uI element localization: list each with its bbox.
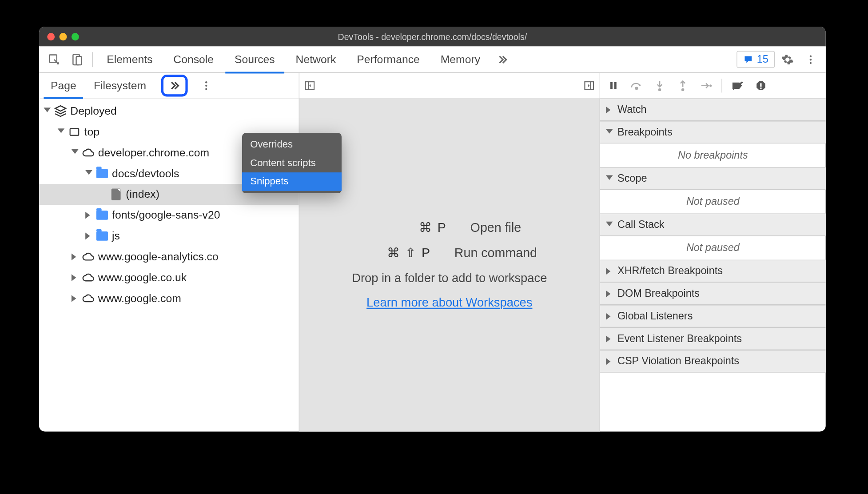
shortcut-run-command: ⌘ ⇧ P Run command	[362, 246, 537, 261]
toggle-debugger-icon[interactable]	[583, 80, 595, 91]
debugger-pane: WatchBreakpointsNo breakpointsScopeNot p…	[600, 73, 826, 431]
svg-point-3	[810, 55, 812, 57]
popup-item-snippets[interactable]: Snippets	[242, 172, 342, 191]
issues-button[interactable]: 15	[737, 51, 775, 68]
tree-folder-js-label: js	[112, 230, 120, 243]
tree-folder-fonts-label: fonts/google-sans-v20	[112, 209, 220, 222]
debug-section-header[interactable]: XHR/fetch Breakpoints	[600, 260, 826, 283]
folder-icon	[96, 230, 109, 243]
debug-section-header[interactable]: Watch	[600, 98, 826, 121]
debug-section-label: Global Listeners	[617, 310, 693, 322]
tree-folder-js[interactable]: js	[39, 226, 299, 247]
tree-origin-ga[interactable]: www.google-analytics.co	[39, 247, 299, 267]
pause-on-exceptions-button[interactable]	[753, 78, 768, 93]
tree-origin-gcom-label: www.google.com	[98, 292, 181, 305]
popup-item-content-scripts[interactable]: Content scripts	[242, 154, 342, 172]
device-toolbar-icon[interactable]	[67, 49, 88, 70]
issues-icon	[743, 54, 753, 64]
shortcut-keys: ⌘ ⇧ P	[362, 246, 431, 261]
svg-point-6	[205, 81, 207, 83]
popup-item-overrides[interactable]: Overrides	[242, 135, 342, 154]
svg-rect-13	[614, 82, 617, 89]
toggle-navigator-icon[interactable]	[304, 80, 315, 91]
disclosure-icon	[606, 290, 613, 297]
debug-section-header[interactable]: DOM Breakpoints	[600, 282, 826, 305]
shortcut-label: Open file	[470, 220, 522, 235]
debug-section-header[interactable]: Global Listeners	[600, 305, 826, 327]
toolbar-separator	[92, 52, 93, 67]
disclosure-icon	[85, 212, 92, 219]
tree-origin-gcom[interactable]: www.google.com	[39, 288, 299, 309]
tab-elements[interactable]: Elements	[98, 46, 162, 73]
debug-section-label: XHR/fetch Breakpoints	[617, 265, 723, 277]
more-tabs-icon[interactable]	[492, 49, 513, 70]
tree-deployed-label: Deployed	[70, 105, 117, 118]
sidebar-tab-page[interactable]: Page	[44, 73, 83, 98]
debug-section-header[interactable]: Call Stack	[600, 214, 826, 236]
deployed-icon	[54, 105, 67, 118]
debug-toolbar	[600, 73, 826, 98]
debug-section-label: CSP Violation Breakpoints	[617, 355, 739, 367]
tab-memory[interactable]: Memory	[431, 46, 490, 73]
tree-origin-main-label: developer.chrome.com	[98, 147, 209, 159]
sidebar-options-icon[interactable]	[200, 80, 212, 91]
debug-section-header[interactable]: CSP Violation Breakpoints	[600, 350, 826, 373]
tree-origin-guk-label: www.google.co.uk	[98, 271, 187, 284]
sidebar-tabstrip: Page Filesystem	[39, 73, 299, 98]
toolbar-separator	[721, 79, 722, 92]
disclosure-icon	[58, 128, 65, 135]
disclosure-icon	[85, 233, 92, 240]
disclosure-icon	[606, 175, 613, 182]
step-button[interactable]	[698, 78, 713, 93]
tab-sources[interactable]: Sources	[225, 46, 284, 73]
settings-icon[interactable]	[777, 49, 798, 70]
issues-count: 15	[757, 53, 768, 65]
disclosure-icon	[72, 149, 79, 156]
tree-origin-guk[interactable]: www.google.co.uk	[39, 267, 299, 288]
disclosure-icon	[606, 106, 613, 113]
svg-point-5	[810, 62, 812, 64]
debug-section-header[interactable]: Event Listener Breakpoints	[600, 327, 826, 350]
debug-section-body: Not paused	[600, 190, 826, 213]
tab-performance[interactable]: Performance	[347, 46, 429, 73]
folder-icon	[96, 167, 109, 180]
svg-point-7	[205, 84, 207, 86]
tree-deployed[interactable]: Deployed	[39, 101, 299, 122]
debug-section-label: Event Listener Breakpoints	[617, 333, 742, 345]
inspect-element-icon[interactable]	[44, 49, 64, 70]
tab-console[interactable]: Console	[164, 46, 223, 73]
tab-network[interactable]: Network	[287, 46, 345, 73]
debug-section-label: Watch	[617, 104, 647, 116]
file-icon	[110, 188, 123, 201]
disclosure-icon	[606, 313, 613, 320]
frame-icon	[68, 126, 81, 139]
window-title: DevTools - developer.chrome.com/docs/dev…	[39, 32, 826, 41]
tree-folder-fonts[interactable]: fonts/google-sans-v20	[39, 205, 299, 226]
disclosure-icon	[606, 358, 613, 365]
tree-origin-ga-label: www.google-analytics.co	[98, 251, 219, 263]
step-into-button[interactable]	[652, 78, 667, 93]
disclosure-icon	[606, 267, 613, 275]
sidebar-more-tabs[interactable]	[161, 74, 188, 96]
svg-point-14	[636, 87, 638, 89]
tree-top-label: top	[84, 126, 100, 139]
pause-button[interactable]	[606, 78, 621, 93]
debug-section-header[interactable]: Scope	[600, 167, 826, 190]
step-out-button[interactable]	[675, 78, 690, 93]
cloud-icon	[82, 292, 95, 305]
debug-section-header[interactable]: Breakpoints	[600, 121, 826, 143]
tree-folder-docs-label: docs/devtools	[112, 167, 179, 180]
sidebar-tab-filesystem[interactable]: Filesystem	[87, 73, 153, 98]
svg-point-4	[810, 58, 812, 60]
debug-sections: WatchBreakpointsNo breakpointsScopeNot p…	[600, 98, 826, 372]
step-over-button[interactable]	[629, 78, 644, 93]
titlebar: DevTools - developer.chrome.com/docs/dev…	[39, 27, 826, 46]
sources-sidebar: Page Filesystem Deployed	[39, 73, 299, 431]
more-options-icon[interactable]	[800, 49, 821, 70]
debug-section-label: Scope	[617, 172, 647, 184]
panel-body: Page Filesystem Deployed	[39, 73, 826, 431]
sidebar-tabs-popup: Overrides Content scripts Snippets	[242, 133, 342, 193]
workspace-link[interactable]: Learn more about Workspaces	[366, 295, 532, 309]
debug-section-label: Breakpoints	[617, 126, 673, 138]
deactivate-breakpoints-button[interactable]	[730, 78, 745, 93]
